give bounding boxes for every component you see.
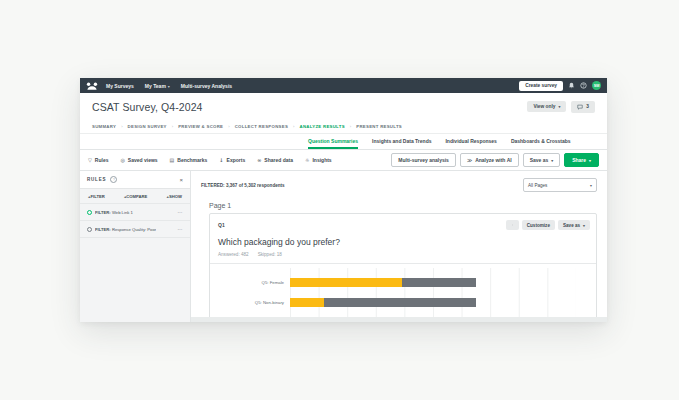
- question-card: Q1 Customize Save as▾ Which packaging do…: [209, 213, 597, 322]
- breadcrumb-separator: ›: [293, 124, 294, 129]
- multi-survey-analysis-button[interactable]: Multi-survey analysis: [391, 153, 456, 167]
- filter-rule-value: Web Link 1: [112, 210, 133, 215]
- nav-my-team-label: My Team: [145, 83, 166, 89]
- saved-views-button[interactable]: ◎Saved views: [120, 157, 157, 163]
- survey-header: CSAT Survey, Q4-2024 View only ▾ 3: [80, 93, 607, 120]
- question-number: Q1: [218, 222, 225, 228]
- step-preview-score[interactable]: PREVIEW & SCORE: [178, 124, 223, 129]
- survey-header-actions: View only ▾ 3: [527, 101, 595, 113]
- scroll-cutoff-strip: [191, 317, 607, 322]
- filter-status-icon: [87, 210, 92, 215]
- analyze-with-ai-label: Analyze with AI: [475, 157, 512, 163]
- help-icon[interactable]: [580, 82, 587, 89]
- step-design-survey[interactable]: DESIGN SURVEY: [128, 124, 167, 129]
- nav-my-surveys[interactable]: My Surveys: [106, 83, 134, 89]
- filter-rule-row[interactable]: FILTER: Response Quality: Poor ⋯: [80, 221, 190, 238]
- benchmarks-label: Benchmarks: [177, 157, 207, 163]
- filtered-respondents-text: FILTERED: 3,367 of 5,302 respondents: [201, 183, 285, 188]
- link-icon: ∞: [257, 157, 261, 163]
- step-analyze-results[interactable]: ANALYZE RESULTS: [299, 124, 344, 129]
- question-card-header: Q1 Customize Save as▾: [210, 214, 596, 230]
- insights-label: Insights: [312, 157, 331, 163]
- user-avatar[interactable]: SM: [592, 81, 601, 90]
- bar-segment-option-2[interactable]: [324, 298, 476, 307]
- page-label: Page 1: [209, 202, 607, 209]
- save-as-button[interactable]: Save as▾: [523, 153, 561, 167]
- bar-segment-option-1[interactable]: [290, 278, 402, 287]
- step-summary[interactable]: SUMMARY: [92, 124, 116, 129]
- add-compare-button[interactable]: +COMPARE: [124, 194, 148, 199]
- surveymonkey-logo-icon[interactable]: [86, 80, 98, 91]
- bar-category-label: Q5: Female: [210, 280, 290, 285]
- chevron-down-icon: ▾: [589, 158, 591, 163]
- chevron-down-icon: ▾: [558, 104, 560, 109]
- tab-dashboards-crosstabs[interactable]: Dashboards & Crosstabs: [511, 134, 571, 149]
- tab-individual-responses[interactable]: Individual Responses: [445, 134, 496, 149]
- question-save-as-button[interactable]: Save as▾: [558, 220, 590, 230]
- add-filter-button[interactable]: +FILTER: [88, 194, 105, 199]
- exports-button[interactable]: ↓Exports: [219, 157, 245, 163]
- comments-button[interactable]: 3: [571, 101, 595, 113]
- bar-segment-option-1[interactable]: [290, 298, 324, 307]
- insights-button[interactable]: ☼Insights: [305, 157, 332, 163]
- bar-row: Q5: Non-binary: [210, 292, 596, 312]
- rule-menu-icon[interactable]: ⋯: [178, 226, 184, 232]
- step-collect-responses[interactable]: COLLECT RESPONSES: [235, 124, 288, 129]
- app-window: My Surveys My Team▾ Multi-survey Analysi…: [80, 78, 607, 322]
- create-survey-button[interactable]: Create survey: [519, 81, 563, 91]
- bar-segment-option-2[interactable]: [402, 278, 476, 287]
- workflow-breadcrumb: SUMMARY › DESIGN SURVEY › PREVIEW & SCOR…: [80, 120, 607, 134]
- tab-insights-data-trends[interactable]: Insights and Data Trends: [372, 134, 431, 149]
- rules-panel-header: RULES ? ×: [80, 171, 190, 189]
- exports-label: Exports: [227, 157, 246, 163]
- filter-rule-row[interactable]: FILTER: Web Link 1 ⋯: [80, 204, 190, 221]
- nav-multi-survey-analysis[interactable]: Multi-survey Analysis: [181, 83, 232, 89]
- shared-data-button[interactable]: ∞Shared data: [257, 157, 293, 163]
- close-panel-icon[interactable]: ×: [179, 177, 183, 183]
- tab-question-summaries[interactable]: Question Summaries: [308, 134, 358, 149]
- breadcrumb-separator: ›: [172, 124, 173, 129]
- question-save-as-label: Save as: [563, 223, 580, 228]
- bar-track: [290, 278, 576, 287]
- step-present-results[interactable]: PRESENT RESULTS: [356, 124, 402, 129]
- add-show-button[interactable]: +SHOW: [167, 194, 182, 199]
- toolbar-right: Multi-survey analysis ≫Analyze with AI S…: [391, 153, 599, 167]
- rule-menu-icon[interactable]: ⋯: [178, 209, 184, 215]
- chevron-down-icon: ▾: [168, 84, 170, 89]
- filter-rule-label: FILTER: Response Quality: Poor: [95, 227, 156, 232]
- question-chart: Q5: FemaleQ5: Non-binaryQ5: Male: [210, 264, 596, 322]
- navbar-right: Create survey SM: [519, 81, 601, 91]
- comments-count: 3: [586, 104, 589, 109]
- customize-button[interactable]: Customize: [522, 220, 555, 230]
- notifications-bell-icon[interactable]: [568, 82, 575, 89]
- filter-status-icon: [87, 227, 92, 232]
- eye-icon: ◎: [120, 157, 124, 163]
- answered-count: Answered: 482: [218, 252, 249, 257]
- share-label: Share: [572, 157, 586, 163]
- nav-my-team[interactable]: My Team▾: [145, 83, 170, 89]
- rules-help-icon[interactable]: ?: [110, 176, 117, 183]
- analyze-tabs: Question Summaries Insights and Data Tre…: [80, 134, 607, 150]
- question-card-actions: Customize Save as▾: [506, 220, 590, 230]
- comment-bubble-icon: [577, 104, 583, 110]
- pages-dropdown-value: All Pages: [528, 183, 547, 188]
- filter-rule-type: FILTER:: [95, 210, 111, 215]
- benchmarks-button[interactable]: ▤Benchmarks: [170, 157, 208, 163]
- view-only-button[interactable]: View only ▾: [527, 101, 566, 112]
- results-topbar: FILTERED: 3,367 of 5,302 respondents All…: [191, 171, 607, 192]
- bar-track: [290, 298, 576, 307]
- saved-views-label: Saved views: [128, 157, 158, 163]
- benchmark-chart-icon: ▤: [170, 157, 175, 163]
- rules-button[interactable]: ▽Rules: [88, 157, 108, 163]
- analyze-toolbar: ▽Rules ◎Saved views ▤Benchmarks ↓Exports…: [80, 150, 607, 171]
- share-button[interactable]: Share▾: [564, 153, 599, 167]
- chevron-down-icon: ▾: [583, 223, 585, 228]
- bar-row: Q5: Female: [210, 272, 596, 292]
- pages-dropdown[interactable]: All Pages ▾: [523, 178, 597, 192]
- share-chart-link-icon[interactable]: [506, 220, 519, 230]
- download-icon: ↓: [219, 157, 223, 163]
- question-chart-rows: Q5: FemaleQ5: Non-binaryQ5: Male: [210, 272, 596, 322]
- analyze-with-ai-button[interactable]: ≫Analyze with AI: [460, 153, 519, 167]
- save-as-label: Save as: [530, 157, 549, 163]
- top-navbar: My Surveys My Team▾ Multi-survey Analysi…: [80, 78, 607, 93]
